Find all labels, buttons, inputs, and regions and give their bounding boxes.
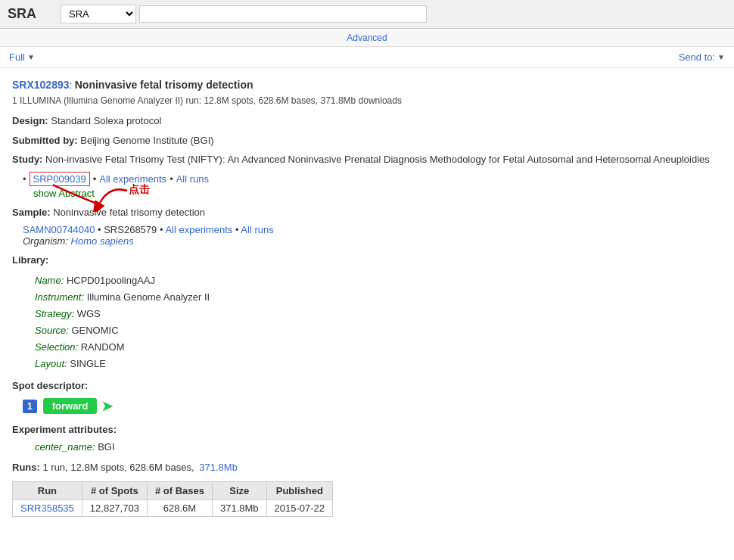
all-experiments-sample-link[interactable]: All experiments xyxy=(165,224,232,235)
annotation-overlay: show Abstract 点击 xyxy=(23,188,722,199)
lib-layout-row: Layout: SINGLE xyxy=(35,356,722,372)
lib-selection-row: Selection: RANDOM xyxy=(35,339,722,356)
exp-attributes-section: Experiment attributes: xyxy=(12,422,722,437)
spot-descriptor-section: Spot descriptor: xyxy=(12,378,722,394)
lib-name-label: Name: xyxy=(35,275,64,286)
sample-label: Sample: xyxy=(12,207,51,218)
library-label: Library: xyxy=(12,254,48,266)
cell-size: 371.8Mb xyxy=(212,499,266,516)
study-links-area: • SRP009039 • All experiments • All runs… xyxy=(12,172,722,199)
all-experiments-study-link[interactable]: All experiments xyxy=(99,173,166,185)
submitted-value: Beijing Genome Institute (BGI) xyxy=(80,135,213,146)
lib-instrument-label: Instrument: xyxy=(35,291,84,303)
spot-arrow-icon: ➤ xyxy=(101,398,113,415)
record-summary: 1 ILLUMINA (Illumina Genome Analyzer II)… xyxy=(12,95,722,106)
lib-strategy-value: WGS xyxy=(77,308,101,319)
design-label: Design: xyxy=(12,115,48,126)
full-label: Full xyxy=(9,51,25,63)
study-links: • SRP009039 • All experiments • All runs xyxy=(23,172,722,186)
lib-selection-value: RANDOM xyxy=(81,341,125,353)
library-fields: Name: HCPD01poolingAAJ Instrument: Illum… xyxy=(35,272,722,373)
toolbar: Full ▼ Send to: ▼ xyxy=(0,47,734,68)
sample-value: Noninvasive fetal trisomy detection xyxy=(53,207,205,218)
spot-forward-btn[interactable]: forward xyxy=(43,398,98,414)
search-database-select[interactable]: SRA xyxy=(61,5,136,23)
all-runs-study-link[interactable]: All runs xyxy=(176,173,209,185)
lib-name-row: Name: HCPD01poolingAAJ xyxy=(35,272,722,289)
sample-links: SAMN00744040 • SRS268579 • All experimen… xyxy=(23,224,722,235)
bullet-dot: • xyxy=(23,173,26,185)
runs-table: Run # of Spots # of Bases Size Published… xyxy=(12,481,333,517)
send-to-control[interactable]: Send to: ▼ xyxy=(679,51,725,63)
all-runs-sample-link[interactable]: All runs xyxy=(241,224,273,235)
table-row: SRR35853512,827,703628.6M371.8Mb2015-07-… xyxy=(13,499,333,516)
samn-link[interactable]: SAMN00744040 xyxy=(23,224,95,235)
organism-link[interactable]: Homo sapiens xyxy=(71,235,134,247)
study-label: Study: xyxy=(12,154,42,165)
lib-source-row: Source: GENOMIC xyxy=(35,322,722,339)
center-name-row: center_name: BGI xyxy=(35,441,722,453)
search-input[interactable] xyxy=(139,5,427,23)
spot-descriptor-label: Spot descriptor: xyxy=(12,380,88,391)
design-value: Standard Solexa protocol xyxy=(51,115,161,126)
col-run: Run xyxy=(13,481,82,499)
full-dropdown[interactable]: Full ▼ xyxy=(9,51,35,63)
full-dropdown-arrow: ▼ xyxy=(27,53,35,61)
send-to-label: Send to: xyxy=(679,51,715,63)
library-section: Library: xyxy=(12,253,722,268)
srs-value: SRS268579 xyxy=(104,224,157,235)
exp-attributes-label: Experiment attributes: xyxy=(12,424,117,435)
record-id-link[interactable]: SRX102893 xyxy=(12,79,70,91)
record-title-row: SRX102893: Noninvasive fetal trisomy det… xyxy=(12,79,722,91)
runs-label: Runs: xyxy=(12,462,40,473)
lib-layout-value: SINGLE xyxy=(70,358,106,369)
cell-bases: 628.6M xyxy=(147,499,212,516)
advanced-link[interactable]: Advanced xyxy=(347,33,387,43)
submitted-row: Submitted by: Beijing Genome Institute (… xyxy=(12,133,722,148)
lib-source-label: Source: xyxy=(35,325,69,336)
cell-spots: 12,827,703 xyxy=(82,499,147,516)
lib-strategy-row: Strategy: WGS xyxy=(35,306,722,322)
site-name: SRA xyxy=(8,6,45,22)
exp-attributes-fields: center_name: BGI xyxy=(35,441,722,453)
advanced-row: Advanced xyxy=(0,29,734,47)
lib-selection-label: Selection: xyxy=(35,341,78,353)
cell-published: 2015-07-22 xyxy=(266,499,333,516)
srp-link[interactable]: SRP009039 xyxy=(30,172,90,186)
lib-strategy-label: Strategy: xyxy=(35,308,74,319)
submitted-label: Submitted by: xyxy=(12,135,78,146)
col-spots: # of Spots xyxy=(82,481,147,499)
lib-name-value: HCPD01poolingAAJ xyxy=(67,275,155,286)
run-link[interactable]: SRR358535 xyxy=(20,502,74,514)
organism-label: Organism: xyxy=(23,235,68,247)
send-to-arrow: ▼ xyxy=(717,53,725,61)
show-abstract-link[interactable]: show Abstract xyxy=(33,188,95,199)
spot-number: 1 xyxy=(23,400,37,413)
lib-layout-label: Layout: xyxy=(35,358,67,369)
lib-source-value: GENOMIC xyxy=(71,325,118,336)
col-bases: # of Bases xyxy=(147,481,212,499)
main-content: SRX102893: Noninvasive fetal trisomy det… xyxy=(0,68,734,527)
record-title-text: Noninvasive fetal trisomy detection xyxy=(75,79,253,91)
runs-section: Runs: 1 run, 12.8M spots, 628.6M bases, … xyxy=(12,460,722,475)
header: SRA SRA xyxy=(0,0,734,29)
col-published: Published xyxy=(266,481,333,499)
lib-instrument-value: Illumina Genome Analyzer II xyxy=(87,291,210,303)
organism-row: Organism: Homo sapiens xyxy=(23,235,722,247)
col-size: Size xyxy=(212,481,266,499)
design-row: Design: Standard Solexa protocol xyxy=(12,114,722,129)
spot-descriptor-control: 1 forward ➤ xyxy=(23,398,722,415)
study-value: Non-invasive Fetal Trisomy Test (NIFTY):… xyxy=(45,154,710,165)
sample-row: Sample: Noninvasive fetal trisomy detect… xyxy=(12,205,722,220)
center-name-value: BGI xyxy=(98,441,114,453)
runs-size-link[interactable]: 371.8Mb xyxy=(199,462,238,473)
runs-summary: 1 run, 12.8M spots, 628.6M bases, xyxy=(42,462,194,473)
lib-instrument-row: Instrument: Illumina Genome Analyzer II xyxy=(35,289,722,306)
center-name-label: center_name: xyxy=(35,441,95,453)
study-row: Study: Non-invasive Fetal Trisomy Test (… xyxy=(12,152,722,167)
